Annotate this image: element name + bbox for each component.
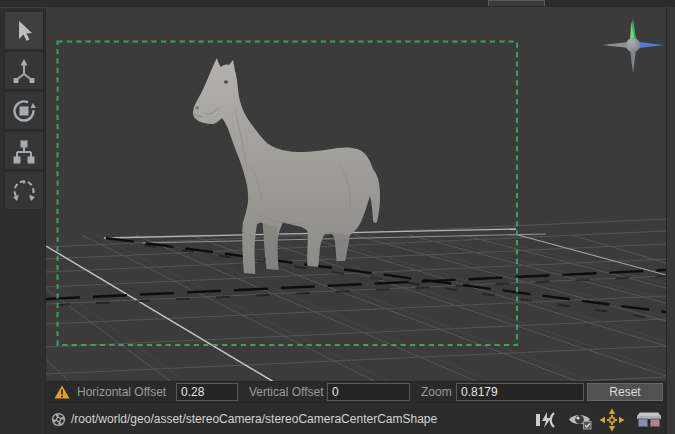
top-partial-tab[interactable] — [488, 0, 545, 6]
horizontal-offset-label: Horizontal Offset — [77, 385, 166, 399]
vertical-offset-input[interactable] — [327, 383, 410, 401]
orientation-gizmo[interactable] — [602, 18, 664, 73]
reset-button[interactable]: Reset — [587, 383, 663, 401]
rotate-tool-button[interactable] — [4, 91, 44, 130]
node-hierarchy-icon — [9, 136, 39, 166]
stereo-camera-viewport-window: Horizontal Offset Vertical Offset Zoom R… — [0, 0, 675, 434]
pan-arrows-icon[interactable] — [599, 408, 625, 432]
stereo-controls-bar: Horizontal Offset Vertical Offset Zoom R… — [46, 381, 666, 402]
horse-nostril — [195, 107, 199, 110]
horizontal-offset-input[interactable] — [176, 383, 238, 401]
select-tool-button[interactable] — [4, 11, 44, 50]
cursor-arrow-icon — [9, 16, 39, 46]
horse-eye — [224, 80, 229, 83]
viewport-3d[interactable] — [46, 7, 666, 434]
warning-triangle-icon — [54, 385, 70, 399]
tool-rail — [0, 8, 46, 434]
scene — [46, 7, 666, 434]
right-edge-strip — [666, 7, 675, 434]
camera-aperture-icon — [51, 412, 66, 427]
flash-render-icon[interactable] — [535, 411, 561, 429]
camera-path: /root/world/geo/asset/stereoCamera/stere… — [71, 412, 437, 426]
zoom-input[interactable] — [456, 383, 584, 401]
status-bar: /root/world/geo/asset/stereoCamera/stere… — [46, 402, 666, 434]
translate-tool-button[interactable] — [4, 51, 44, 90]
transform-hierarchy-tool-button[interactable] — [4, 131, 44, 170]
visibility-eye-icon[interactable] — [567, 410, 594, 430]
zoom-label: Zoom — [421, 385, 452, 399]
translate-axes-icon — [9, 56, 39, 86]
rotate-ring-icon — [9, 96, 39, 126]
vertical-offset-label: Vertical Offset — [249, 385, 323, 399]
stereo-glasses-icon[interactable] — [635, 411, 663, 428]
orbit-rotate-icon — [9, 176, 39, 206]
orbit-tool-button[interactable] — [4, 171, 44, 210]
gizmo-center-ball — [626, 38, 640, 52]
